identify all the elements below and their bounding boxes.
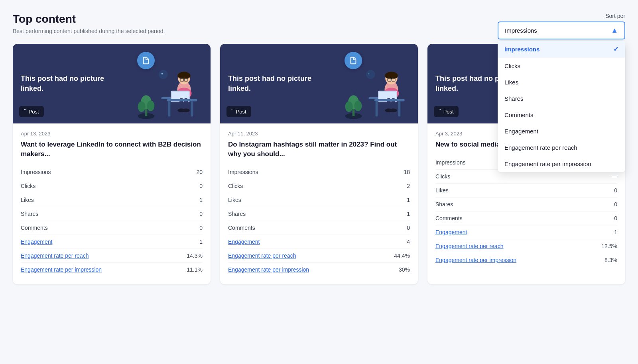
sort-option-label: Impressions [504, 46, 540, 53]
card-badge-label-2: Post [236, 109, 246, 115]
svg-rect-43 [374, 99, 405, 102]
sort-option-clicks[interactable]: Clicks [498, 58, 625, 74]
metric-label: Shares [21, 207, 173, 221]
metrics-table-2: Impressions18Clicks2Likes1Shares1Comment… [228, 165, 410, 276]
sort-selected-value: Impressions [505, 27, 537, 34]
metric-label: Clicks [228, 179, 380, 193]
metric-label[interactable]: Engagement [21, 235, 173, 249]
svg-point-3 [138, 101, 146, 112]
metric-label[interactable]: Engagement rate per reach [435, 239, 587, 253]
svg-point-42 [390, 109, 397, 113]
metric-value: 44.4% [380, 249, 410, 262]
card-title-2: Do Instagram hashtags still matter in 20… [228, 140, 410, 159]
metric-value: 0 [587, 211, 617, 225]
metric-row: Engagement rate per reach14.3% [21, 249, 203, 262]
metric-row: Engagement rate per impression30% [228, 262, 410, 276]
metric-row: Likes1 [228, 193, 410, 207]
quote-icon-3: " [439, 108, 441, 115]
svg-point-18 [182, 109, 190, 113]
card-date-1: Apr 13, 2023 [21, 131, 203, 137]
metric-row: Clicks0 [21, 179, 203, 193]
metric-label[interactable]: Engagement rate per impression [21, 262, 173, 276]
metric-label[interactable]: Engagement [435, 225, 587, 239]
svg-rect-21 [191, 101, 193, 116]
sort-option-label: Engagement rate per reach [504, 144, 577, 151]
metric-value: 1 [380, 193, 410, 207]
metric-value: 20 [173, 165, 203, 179]
metric-value: 30% [380, 262, 410, 276]
metric-value: 0 [380, 221, 410, 235]
metric-value: 8.3% [587, 253, 617, 267]
metric-row: Comments0 [21, 221, 203, 235]
sort-select-button[interactable]: Impressions ▲ [498, 22, 625, 39]
svg-rect-44 [376, 101, 378, 116]
chevron-up-icon: ▲ [611, 26, 618, 35]
sort-label: Sort per [605, 13, 625, 19]
metric-row: Engagement1 [435, 225, 617, 239]
metric-label: Comments [228, 221, 380, 235]
metric-label[interactable]: Engagement rate per reach [21, 249, 173, 262]
metric-value: 0 [173, 207, 203, 221]
metric-label: Shares [228, 207, 380, 221]
metric-label: Impressions [21, 165, 173, 179]
metric-label: Comments [21, 221, 173, 235]
svg-point-8 [177, 72, 190, 79]
svg-point-4 [147, 101, 154, 112]
metric-value: 11.1% [173, 262, 203, 276]
metric-label: Likes [228, 193, 380, 207]
metric-row: Impressions20 [21, 165, 203, 179]
card-illustration-1: " [135, 56, 211, 123]
metric-value: 1 [380, 207, 410, 221]
sort-option-label: Shares [504, 95, 524, 102]
svg-point-28 [354, 101, 362, 112]
card-date-2: Apr 11, 2023 [228, 131, 410, 137]
metric-label: Shares [435, 197, 587, 211]
svg-point-46 [366, 70, 375, 79]
card-image-1: This post had no picture linked. [13, 44, 211, 123]
sort-option-engagement[interactable]: Engagement [498, 123, 625, 139]
sort-dropdown-menu: Impressions ✓ Clicks Likes Shares Commen… [498, 40, 625, 172]
sort-option-label: Engagement [504, 128, 538, 135]
svg-rect-20 [168, 101, 171, 116]
sort-option-impressions[interactable]: Impressions ✓ [498, 41, 625, 58]
svg-text:": " [368, 72, 370, 78]
metric-label[interactable]: Engagement rate per impression [435, 253, 587, 267]
card-image-text-2: This post had no picture linked. [228, 74, 328, 94]
card-badge-label-3: Post [443, 109, 454, 115]
metric-row: Comments0 [435, 211, 617, 225]
sort-option-comments[interactable]: Comments [498, 107, 625, 123]
metric-row: Shares0 [435, 197, 617, 211]
svg-point-32 [385, 72, 398, 79]
svg-rect-19 [167, 99, 197, 102]
metric-value: 0 [173, 221, 203, 235]
metric-label[interactable]: Engagement [228, 235, 380, 249]
sort-control: Sort per Impressions ▲ Impressions ✓ Cli… [498, 13, 625, 39]
metric-row: Engagement rate per reach12.5% [435, 239, 617, 253]
sort-option-engagement-rate-impression[interactable]: Engagement rate per impression [498, 156, 625, 172]
metric-label[interactable]: Engagement rate per impression [228, 262, 380, 276]
metric-value: 4 [380, 235, 410, 249]
sort-option-shares[interactable]: Shares [498, 90, 625, 107]
metric-label: Comments [435, 211, 587, 225]
metric-label[interactable]: Engagement rate per reach [228, 249, 380, 262]
card-body-2: Apr 11, 2023 Do Instagram hashtags still… [220, 123, 418, 284]
content-card-1: This post had no picture linked. [13, 44, 211, 284]
card-body-1: Apr 13, 2023 Want to leverage LinkedIn t… [13, 123, 211, 284]
sort-option-likes[interactable]: Likes [498, 74, 625, 90]
metric-value: 1 [173, 193, 203, 207]
svg-point-27 [345, 101, 353, 112]
card-post-badge-3: " Post [434, 106, 459, 117]
metric-row: Impressions18 [228, 165, 410, 179]
metric-row: Engagement rate per impression11.1% [21, 262, 203, 276]
metric-label: Likes [435, 183, 587, 197]
sort-option-label: Likes [504, 79, 518, 86]
metric-row: Likes0 [435, 183, 617, 197]
content-card-2: This post had no picture linked. [220, 44, 418, 284]
metric-label: Clicks [21, 179, 173, 193]
sort-option-engagement-rate-reach[interactable]: Engagement rate per reach [498, 139, 625, 156]
sort-option-label: Clicks [504, 63, 520, 69]
metric-value: 0 [173, 179, 203, 193]
sort-select-wrapper: Impressions ▲ Impressions ✓ Clicks Likes… [498, 22, 625, 39]
metric-row: Comments0 [228, 221, 410, 235]
card-post-badge-1: " Post [19, 106, 44, 117]
